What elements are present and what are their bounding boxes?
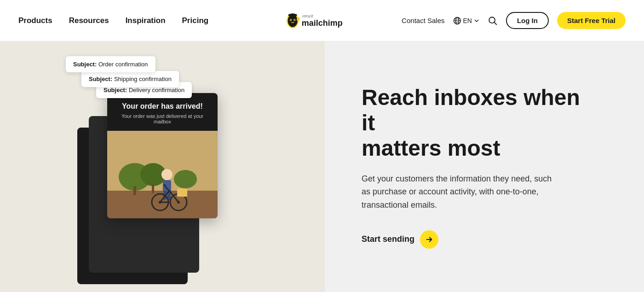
svg-point-26 [161, 169, 172, 180]
search-icon [488, 16, 498, 26]
arrow-right-icon [425, 235, 433, 244]
email-preview-title: Your order has arrived! [115, 102, 210, 111]
hero-heading-line1: Reach inboxes when it [362, 85, 580, 135]
svg-point-4 [290, 19, 291, 20]
email-preview-subtitle: Your order was just delivered at your ma… [115, 113, 210, 124]
subject-text-3: Delivery confirmation [129, 87, 184, 93]
start-free-trial-button[interactable]: Start Free Trial [557, 12, 626, 29]
language-label: EN [463, 17, 472, 24]
nav-right: Contact Sales EN Log In Start Free Trial [402, 12, 626, 29]
svg-point-5 [294, 19, 295, 20]
nav-item-inspiration[interactable]: Inspiration [126, 16, 166, 25]
svg-point-9 [297, 18, 299, 21]
hero-description: Get your customers the information they … [362, 172, 555, 212]
subject-card-2: Subject: Shipping confirmation [81, 71, 179, 87]
svg-rect-25 [152, 184, 154, 193]
svg-rect-24 [133, 186, 136, 195]
hero-heading: Reach inboxes when it matters most [362, 85, 582, 161]
email-stack: Subject: Order confirmation Subject: Shi… [103, 84, 222, 259]
subject-label-1: Subject: [73, 61, 97, 68]
mailchimp-logo-svg: intuit mailchimp [281, 11, 363, 31]
hero-heading-line2: matters most [362, 136, 500, 160]
svg-point-23 [174, 170, 197, 188]
svg-text:intuit: intuit [302, 14, 313, 18]
subject-text-2: Shipping confirmation [114, 76, 172, 82]
email-preview-card: Your order has arrived! Your order was j… [107, 93, 218, 218]
search-button[interactable] [488, 16, 498, 26]
nav-item-products[interactable]: Products [18, 16, 52, 25]
cta-arrow-icon [420, 230, 438, 249]
delivery-illustration [107, 131, 218, 218]
globe-icon [453, 17, 461, 25]
svg-text:mailchimp: mailchimp [302, 18, 343, 28]
cta-label: Start sending [362, 234, 414, 244]
hero-section: Subject: Order confirmation Subject: Shi… [0, 41, 644, 292]
svg-rect-7 [291, 13, 294, 16]
chevron-down-icon [474, 18, 479, 23]
navbar: Products Resources Inspiration Pricing [0, 0, 644, 41]
contact-sales-link[interactable]: Contact Sales [402, 17, 444, 24]
language-selector[interactable]: EN [453, 17, 479, 25]
hero-illustration: Subject: Order confirmation Subject: Shi… [0, 41, 325, 292]
hero-content: Reach inboxes when it matters most Get y… [325, 41, 644, 292]
svg-line-18 [494, 22, 497, 24]
hero-cta[interactable]: Start sending [362, 230, 438, 249]
email-preview-image [107, 131, 218, 218]
subject-card-1: Subject: Order confirmation [66, 56, 155, 72]
login-button[interactable]: Log In [506, 12, 549, 29]
subject-label-3: Subject: [104, 87, 127, 93]
nav-item-pricing[interactable]: Pricing [182, 16, 209, 25]
subject-text-1: Order confirmation [98, 61, 148, 68]
subject-label-2: Subject: [89, 76, 112, 82]
logo[interactable]: intuit mailchimp [281, 11, 363, 31]
svg-rect-39 [177, 188, 187, 197]
nav-item-resources[interactable]: Resources [69, 16, 109, 25]
